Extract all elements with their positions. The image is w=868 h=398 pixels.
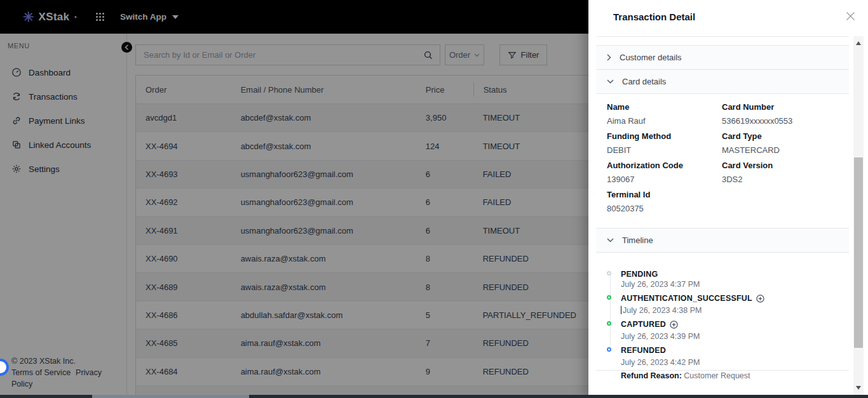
card-details-content: Name Aima Rauf Card Number 536619xxxxxx0…	[596, 94, 849, 229]
field-value: 139067	[607, 175, 722, 184]
scrollbar-up-button[interactable]	[853, 38, 864, 48]
section-label: Timeline	[622, 235, 653, 245]
event-status: REFUNDED	[621, 346, 849, 355]
timeline-dot-icon	[607, 347, 611, 352]
scrollbar-thumb[interactable]	[854, 157, 863, 348]
section-label: Customer details	[620, 53, 682, 62]
timeline-event: AUTHENTICATION_SUCCESSFUL July 26, 2023 …	[607, 294, 849, 315]
field-label: Card Number	[722, 102, 849, 112]
timeline-event: PENDING July 26, 2023 4:37 PM	[607, 270, 849, 289]
field-label: Funding Method	[607, 131, 722, 141]
chevron-down-icon	[607, 238, 614, 242]
refund-reason: Refund Reason: Customer Request	[621, 371, 849, 380]
timeline-event: REFUNDED July 26, 2023 4:42 PM Refund Re…	[607, 346, 849, 380]
bottom-scrollbar-track[interactable]	[92, 395, 249, 398]
field-value: DEBIT	[607, 145, 722, 155]
expand-plus-icon[interactable]	[670, 321, 678, 329]
field-label: Card Type	[722, 131, 849, 141]
detail-field: Card Version 3DS2	[722, 161, 849, 190]
section-label: Card details	[622, 77, 666, 86]
section-timeline[interactable]: Timeline	[596, 229, 849, 253]
section-customer-details[interactable]: Customer details	[596, 46, 849, 70]
field-label: Terminal Id	[607, 190, 722, 199]
field-value: MASTERCARD	[722, 145, 849, 155]
field-value: 3DS2	[722, 175, 849, 184]
scrolled-section-remnant	[596, 37, 849, 46]
detail-field: Card Number 536619xxxxxx0553	[722, 102, 849, 131]
field-label: Authorization Code	[607, 161, 722, 170]
event-date: July 26, 2023 4:38 PM	[621, 306, 849, 315]
event-status: AUTHENTICATION_SUCCESSFUL	[621, 294, 849, 303]
timeline-dot-icon	[607, 295, 611, 300]
detail-field: Terminal Id 80520375	[607, 190, 722, 219]
field-value: 80520375	[607, 204, 722, 213]
timeline-content: PENDING July 26, 2023 4:37 PM AUTHENTICA…	[596, 253, 849, 371]
text-cursor	[621, 306, 621, 314]
timeline-dot-icon	[607, 321, 611, 326]
detail-field: Name Aima Rauf	[607, 102, 722, 131]
field-label: Card Version	[722, 161, 849, 170]
modal-overlay-scrim[interactable]	[0, 0, 588, 398]
chevron-down-icon	[607, 79, 614, 84]
section-card-details[interactable]: Card details	[596, 70, 849, 94]
triangle-up-icon	[856, 41, 861, 45]
detail-field: Authorization Code 139067	[607, 161, 722, 190]
scrollbar-down-button[interactable]	[853, 383, 864, 393]
event-status: PENDING	[621, 270, 849, 279]
field-label: Name	[607, 102, 722, 112]
panel-scroll-area: Customer details Card details Name Aima …	[596, 36, 849, 371]
field-value: Aima Rauf	[607, 116, 722, 126]
timeline-dot-icon	[607, 271, 611, 275]
detail-field: Funding Method DEBIT	[607, 131, 722, 161]
event-date: July 26, 2023 4:39 PM	[621, 332, 849, 341]
event-date: July 26, 2023 4:37 PM	[621, 280, 849, 289]
app-screen: ✳ XStak• Switch App MENU Dashboard Trans…	[0, 0, 868, 398]
close-panel-button[interactable]	[843, 8, 858, 23]
expand-plus-icon[interactable]	[756, 295, 764, 303]
event-status: CAPTURED	[621, 320, 849, 329]
detail-field: Card Type MASTERCARD	[722, 131, 849, 161]
panel-scrollbar[interactable]	[853, 36, 864, 398]
chevron-right-icon	[607, 54, 611, 61]
transaction-detail-panel: Transaction Detail Customer details Card…	[588, 0, 868, 398]
panel-title: Transaction Detail	[613, 11, 695, 22]
field-value: 536619xxxxxx0553	[722, 116, 849, 126]
accordion: Customer details Card details Name Aima …	[596, 36, 849, 371]
timeline-event: CAPTURED July 26, 2023 4:39 PM	[607, 320, 849, 341]
triangle-down-icon	[856, 386, 861, 390]
event-date: July 26, 2023 4:42 PM	[621, 358, 849, 367]
close-icon	[846, 11, 855, 21]
